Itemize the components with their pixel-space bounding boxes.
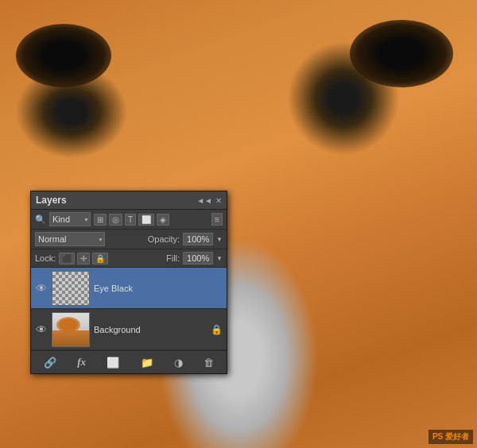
layer-thumbnail — [52, 312, 90, 347]
link-layers-button[interactable]: 🔗 — [42, 355, 58, 370]
panel-close-icon[interactable]: ✕ — [215, 196, 222, 205]
lock-pixels-icon[interactable]: ⬛ — [59, 253, 75, 265]
blend-mode-select[interactable]: Normal — [35, 232, 105, 246]
blend-mode-select-wrap: Normal — [35, 232, 105, 246]
lock-label: Lock: — [35, 253, 56, 263]
dog-eye-left — [16, 24, 111, 87]
lock-icons: ⬛ ✛ 🔒 — [59, 253, 108, 265]
smart-filter-icon[interactable]: ◈ — [157, 214, 169, 226]
panel-title: Layers — [36, 195, 67, 206]
layer-row[interactable]: 👁 Eye Black — [31, 268, 227, 309]
type-filter-icon[interactable]: T — [125, 214, 136, 226]
dog-eye-right — [350, 20, 453, 87]
opacity-label: Opacity: — [148, 234, 180, 244]
adjustment-filter-icon[interactable]: ◎ — [109, 214, 122, 226]
layer-thumbnail — [52, 271, 90, 306]
kind-select[interactable]: Kind — [49, 212, 91, 226]
panel-controls: ◄◄ ✕ — [196, 196, 222, 205]
panel-collapse-icon[interactable]: ◄◄ — [196, 196, 212, 205]
background-thumbnail — [52, 313, 89, 346]
layer-name: Background — [94, 325, 207, 334]
opacity-arrow-icon: ▼ — [216, 236, 223, 243]
panel-bottom-toolbar: 🔗 fx ⬜ 📁 ◑ 🗑 — [31, 350, 227, 373]
layer-visibility-toggle[interactable]: 👁 — [35, 282, 48, 295]
watermark-text: 爱好者 — [445, 432, 469, 441]
fill-label: Fill: — [166, 253, 180, 263]
kind-icons: ⊞ ◎ T ⬜ ◈ — [94, 214, 169, 226]
lock-position-icon[interactable]: ✛ — [77, 253, 90, 265]
lock-row: Lock: ⬛ ✛ 🔒 Fill: 100% ▼ — [31, 249, 227, 268]
shape-filter-icon[interactable]: ⬜ — [138, 214, 154, 226]
panel-menu-button[interactable]: ≡ — [211, 213, 223, 226]
panel-header: Layers ◄◄ ✕ — [31, 191, 227, 210]
watermark-ps: PS — [432, 432, 443, 441]
pixel-filter-icon[interactable]: ⊞ — [94, 214, 107, 226]
lock-all-icon[interactable]: 🔒 — [92, 253, 108, 265]
layer-locked-icon: 🔒 — [211, 324, 223, 335]
kind-select-wrap: Kind — [49, 212, 91, 226]
add-mask-button[interactable]: ⬜ — [105, 355, 121, 370]
new-group-button[interactable]: 📁 — [139, 355, 155, 370]
delete-layer-button[interactable]: 🗑 — [202, 355, 215, 370]
layer-row[interactable]: 👁 Background 🔒 — [31, 309, 227, 350]
opacity-value[interactable]: 100% — [183, 233, 213, 245]
search-icon: 🔍 — [35, 214, 46, 225]
blend-opacity-row: Normal Opacity: 100% ▼ — [31, 230, 227, 249]
checkerboard-thumbnail — [52, 272, 89, 305]
layer-visibility-toggle[interactable]: 👁 — [35, 323, 48, 336]
fill-arrow-icon: ▼ — [216, 255, 223, 262]
layer-name: Eye Black — [94, 284, 223, 293]
watermark: PS 爱好者 — [429, 430, 473, 444]
new-adjustment-button[interactable]: ◑ — [173, 355, 184, 370]
fx-button[interactable]: fx — [76, 354, 87, 370]
kind-row: 🔍 Kind ⊞ ◎ T ⬜ ◈ ≡ — [31, 210, 227, 230]
layers-panel: Layers ◄◄ ✕ 🔍 Kind ⊞ ◎ T ⬜ ◈ ≡ Normal Op… — [30, 191, 227, 374]
fill-value[interactable]: 100% — [183, 252, 213, 265]
